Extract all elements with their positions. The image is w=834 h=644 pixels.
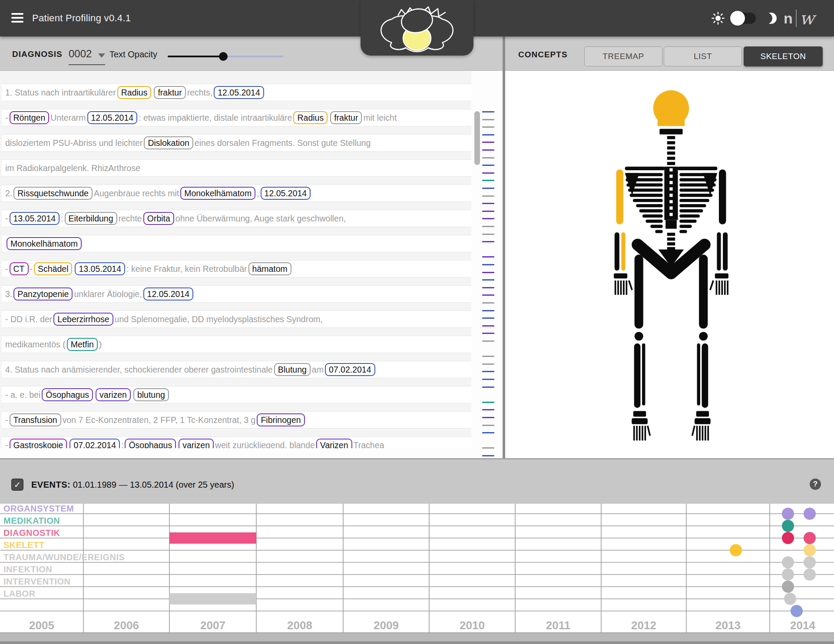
radius-right[interactable] (621, 232, 625, 271)
minimap-dash[interactable] (482, 241, 494, 242)
jaw-bone[interactable] (659, 129, 682, 135)
radius-left[interactable] (717, 232, 721, 271)
event-dot[interactable] (782, 556, 794, 568)
annotated-term[interactable]: varizen (96, 388, 131, 401)
annotated-term[interactable]: Blutung (274, 363, 311, 376)
annotated-term[interactable]: Monokelhämatom (180, 187, 255, 200)
help-icon[interactable]: ? (810, 479, 821, 490)
minimap-dash[interactable] (482, 432, 494, 433)
minimap-dash[interactable] (482, 363, 494, 365)
toggle-knob[interactable] (730, 11, 745, 26)
minimap-dash[interactable] (482, 310, 494, 311)
humerus-right[interactable] (616, 169, 624, 224)
clavicle-right[interactable] (625, 167, 665, 170)
minimap-dash[interactable] (482, 379, 494, 380)
minimap-dash[interactable] (482, 172, 494, 174)
annotated-term[interactable]: Radius (117, 86, 152, 99)
event-dot[interactable] (782, 581, 794, 593)
annotated-term[interactable]: Leberzirrhose (53, 313, 113, 326)
minimap-dash[interactable] (482, 119, 494, 120)
event-dot[interactable] (804, 556, 816, 568)
minimap-dash[interactable] (482, 264, 494, 265)
event-dot[interactable] (784, 593, 796, 605)
minimap-dash[interactable] (482, 226, 494, 227)
minimap-dash[interactable] (482, 195, 494, 197)
hand-left[interactable] (710, 273, 728, 295)
minimap-dash[interactable] (482, 211, 494, 212)
event-dot[interactable] (804, 568, 816, 581)
ulna-right[interactable] (615, 232, 619, 271)
annotated-term[interactable]: Radius (293, 111, 328, 124)
minimap-dash[interactable] (482, 409, 494, 410)
annotated-term[interactable]: CT (10, 262, 29, 275)
hand-right[interactable] (614, 273, 632, 295)
annotated-term[interactable]: hämatom (248, 262, 291, 275)
annotated-date[interactable]: 12.05.2014 (143, 287, 194, 301)
minimap-dash[interactable] (482, 218, 494, 219)
minimap-dash[interactable] (482, 180, 494, 181)
annotated-term[interactable]: Fibrinogen (257, 413, 304, 426)
minimap-dash[interactable] (482, 134, 494, 135)
minimap-dash[interactable] (482, 188, 494, 189)
row-label-infektion[interactable]: INFEKTION (3, 565, 52, 574)
fibula-left[interactable] (697, 343, 700, 406)
minimap-dash[interactable] (482, 356, 494, 357)
annotated-term[interactable]: Röntgen (10, 111, 50, 124)
slider-thumb[interactable] (219, 52, 228, 61)
event-bar-labor[interactable] (169, 593, 256, 604)
minimap-dash[interactable] (482, 272, 494, 273)
row-label-skelett[interactable]: SKELETT (3, 540, 45, 550)
minimap-dash[interactable] (482, 340, 494, 342)
knee-right[interactable] (635, 332, 643, 340)
minimap-dash[interactable] (482, 279, 494, 281)
row-label-labor[interactable]: LABOR (3, 589, 36, 598)
knee-left[interactable] (699, 332, 708, 340)
annotated-term[interactable]: Schädel (34, 262, 72, 275)
text-opacity-slider[interactable] (168, 56, 283, 57)
row-label-intervention[interactable]: INTERVENTION (3, 577, 71, 586)
event-dot[interactable] (782, 568, 794, 581)
annotated-term[interactable]: blutung (133, 388, 169, 401)
minimap-dash[interactable] (482, 333, 494, 334)
minimap-dash[interactable] (482, 165, 494, 166)
minimap-dash[interactable] (482, 447, 494, 449)
minimap-dash[interactable] (482, 302, 494, 304)
annotated-date[interactable]: 12.05.2014 (261, 187, 311, 200)
events-checkbox[interactable]: ✓ (11, 479, 23, 491)
annotated-term[interactable]: Eiterbildung (65, 212, 117, 225)
diagnosis-select[interactable]: 0002 (69, 48, 105, 60)
annotated-term[interactable]: Metfin (67, 338, 98, 351)
foot-left[interactable] (692, 411, 711, 441)
row-label-medikation[interactable]: MEDIKATION (3, 516, 60, 525)
annotated-term[interactable]: Varizen (316, 439, 352, 448)
annotated-term[interactable]: Ösophagus (125, 439, 176, 448)
annotation-minimap[interactable] (482, 36, 495, 458)
row-label-trauma-wunde-ereignis[interactable]: TRAUMA/WUNDE/EREIGNIS (3, 552, 125, 562)
minimap-dash[interactable] (482, 294, 494, 296)
annotated-term[interactable]: Rissquetschwunde (13, 187, 93, 200)
minimap-dash[interactable] (482, 417, 494, 418)
annotated-date[interactable]: 13.05.2014 (75, 262, 125, 275)
menu-icon[interactable] (11, 13, 23, 23)
annotated-date[interactable]: 12.05.2014 (87, 111, 138, 124)
annotated-term[interactable]: Monokelhämatom (7, 237, 82, 250)
minimap-dash[interactable] (482, 157, 494, 159)
femur-left[interactable] (699, 254, 708, 328)
annotated-term[interactable]: Transfusion (10, 413, 61, 426)
diagnosis-value[interactable]: 0002 (69, 48, 92, 59)
humerus-left[interactable] (719, 169, 726, 224)
minimap-dash[interactable] (482, 386, 494, 388)
annotated-term[interactable]: Orbita (143, 212, 174, 225)
minimap-dash[interactable] (482, 317, 494, 319)
minimap-dash[interactable] (482, 256, 494, 258)
event-dot[interactable] (782, 532, 794, 544)
event-dot[interactable] (782, 508, 794, 520)
ulna-left[interactable] (723, 232, 728, 271)
minimap-dash[interactable] (482, 234, 494, 235)
minimap-dash[interactable] (482, 455, 494, 456)
annotated-term[interactable]: fraktur (330, 111, 362, 124)
minimap-dash[interactable] (482, 111, 494, 112)
minimap-dash[interactable] (482, 142, 494, 143)
event-dot[interactable] (782, 520, 794, 532)
minimap-dash[interactable] (482, 325, 494, 327)
